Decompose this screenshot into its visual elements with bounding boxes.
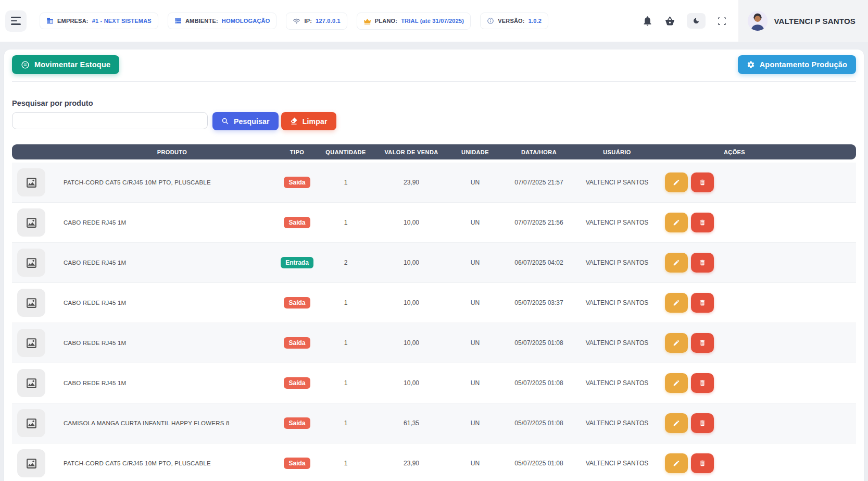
quantity-value: 1 <box>317 379 375 387</box>
edit-button[interactable] <box>665 293 688 313</box>
sale-value: 10,00 <box>375 259 448 266</box>
column-acoes: AÇÕES <box>659 149 856 155</box>
plan-chip: PLANO: TRIAL (até 31/07/2025) <box>357 13 471 30</box>
delete-button[interactable] <box>691 453 714 473</box>
trash-icon <box>699 259 706 266</box>
quantity-value: 1 <box>317 420 375 427</box>
product-thumbnail <box>17 289 45 317</box>
edit-button[interactable] <box>665 333 688 353</box>
product-thumbnail <box>17 329 45 357</box>
trash-icon <box>699 460 706 467</box>
user-menu[interactable]: VALTENCI P SANTOS <box>738 0 868 42</box>
trash-icon <box>699 379 706 387</box>
product-thumbnail <box>17 449 45 477</box>
sale-value: 10,00 <box>375 339 448 347</box>
product-thumbnail <box>17 168 45 196</box>
sale-value: 23,90 <box>375 179 448 186</box>
user-value: VALTENCI P SANTOS <box>575 299 659 306</box>
environment-icon <box>174 17 182 24</box>
image-placeholder-icon <box>25 377 38 390</box>
environment-value: HOMOLOGAÇÃO <box>222 18 270 24</box>
user-value: VALTENCI P SANTOS <box>575 460 659 467</box>
quantity-value: 1 <box>317 179 375 186</box>
type-badge: Saída <box>284 417 310 429</box>
search-button[interactable]: Pesquisar <box>212 112 279 130</box>
pencil-icon <box>673 339 680 347</box>
basket-icon[interactable] <box>664 16 675 27</box>
edit-button[interactable] <box>665 413 688 433</box>
delete-button[interactable] <box>691 213 714 232</box>
unit-value: UN <box>448 420 502 427</box>
datetime-value: 05/07/2025 01:08 <box>502 460 575 467</box>
table-row: PATCH-CORD CAT5 C/RJ45 10M PTO, PLUSCABL… <box>12 163 856 203</box>
column-valor-venda: VALOR DE VENDA <box>375 149 448 155</box>
delete-button[interactable] <box>691 253 714 273</box>
image-placeholder-icon <box>25 337 38 350</box>
product-name: CABO REDE RJ45 1M <box>64 260 126 266</box>
sale-value: 10,00 <box>375 379 448 387</box>
fullscreen-icon[interactable] <box>717 16 727 26</box>
table-body: PATCH-CORD CAT5 C/RJ45 10M PTO, PLUSCABL… <box>12 163 856 481</box>
datetime-value: 07/07/2025 21:56 <box>502 219 575 226</box>
page-actions: Movimentar Estoque Apontamento Produção <box>12 55 856 74</box>
table-row: CABO REDE RJ45 1M Saída 1 10,00 UN 05/07… <box>12 283 856 323</box>
unit-value: UN <box>448 339 502 347</box>
trash-icon <box>699 299 706 306</box>
sale-value: 10,00 <box>375 219 448 226</box>
product-name: CABO REDE RJ45 1M <box>64 300 126 306</box>
menu-icon[interactable] <box>5 10 27 32</box>
image-placeholder-icon <box>25 297 38 310</box>
product-thumbnail <box>17 369 45 397</box>
move-stock-button[interactable]: Movimentar Estoque <box>12 55 119 74</box>
product-thumbnail <box>17 249 45 277</box>
delete-button[interactable] <box>691 333 714 353</box>
production-report-button[interactable]: Apontamento Produção <box>738 55 856 74</box>
type-badge: Saída <box>284 337 310 349</box>
column-produto: PRODUTO <box>12 149 278 155</box>
avatar <box>748 11 768 31</box>
quantity-value: 1 <box>317 460 375 467</box>
type-badge: Saída <box>284 458 310 469</box>
column-unidade: UNIDADE <box>448 149 502 155</box>
company-label: EMPRESA: <box>57 18 89 24</box>
edit-button[interactable] <box>665 253 688 273</box>
delete-button[interactable] <box>691 373 714 393</box>
delete-button[interactable] <box>691 293 714 313</box>
table-row: CABO REDE RJ45 1M Entrada 2 10,00 UN 06/… <box>12 243 856 283</box>
search-input[interactable] <box>12 112 208 129</box>
search-row: Pesquisar Limpar <box>12 112 856 130</box>
type-badge: Saída <box>284 177 310 188</box>
version-value: 1.0.2 <box>529 18 542 24</box>
datetime-value: 05/07/2025 01:08 <box>502 420 575 427</box>
user-value: VALTENCI P SANTOS <box>575 420 659 427</box>
image-placeholder-icon <box>25 216 38 229</box>
edit-button[interactable] <box>665 373 688 393</box>
edit-button[interactable] <box>665 172 688 192</box>
unit-value: UN <box>448 379 502 387</box>
table-row: CAMISOLA MANGA CURTA INFANTIL HAPPY FLOW… <box>12 403 856 443</box>
table-header: PRODUTO TIPO QUANTIDADE VALOR DE VENDA U… <box>12 144 856 159</box>
image-placeholder-icon <box>25 176 38 189</box>
company-icon <box>46 17 54 24</box>
column-data-hora: DATA/HORA <box>502 149 575 155</box>
edit-button[interactable] <box>665 453 688 473</box>
product-name: PATCH-CORD CAT5 C/RJ45 10M PTO, PLUSCABL… <box>64 460 211 466</box>
clear-button[interactable]: Limpar <box>281 112 336 130</box>
edit-button[interactable] <box>665 213 688 232</box>
product-name: CABO REDE RJ45 1M <box>64 380 126 386</box>
delete-button[interactable] <box>691 172 714 192</box>
image-placeholder-icon <box>25 457 38 470</box>
type-badge: Entrada <box>281 257 313 268</box>
trash-icon <box>699 339 706 347</box>
quantity-value: 1 <box>317 299 375 306</box>
dark-mode-moon-icon[interactable] <box>687 13 706 29</box>
pencil-icon <box>673 299 680 306</box>
environment-label: AMBIENTE: <box>185 18 218 24</box>
version-chip: VERSÃO: 1.0.2 <box>480 13 548 29</box>
top-actions <box>642 13 727 29</box>
notifications-bell-icon[interactable] <box>642 16 653 27</box>
ip-label: IP: <box>304 18 312 24</box>
delete-button[interactable] <box>691 413 714 433</box>
type-badge: Saída <box>284 377 310 389</box>
user-value: VALTENCI P SANTOS <box>575 379 659 387</box>
